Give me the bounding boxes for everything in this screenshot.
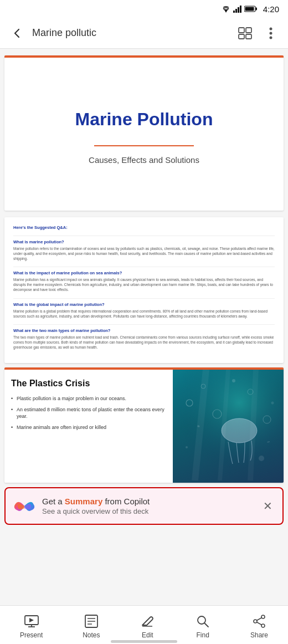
nav-item-edit[interactable]: Edit — [134, 611, 161, 641]
back-icon — [11, 27, 23, 39]
status-icons — [221, 5, 258, 13]
svg-point-43 — [261, 624, 265, 627]
svg-rect-6 — [255, 8, 257, 11]
bullet-2: An estimated 8 million metric tons of pl… — [11, 406, 166, 420]
svg-rect-9 — [246, 28, 251, 33]
nav-item-present[interactable]: Present — [14, 611, 48, 641]
copilot-line1: Get a Summary from Copilot — [42, 497, 254, 506]
signal-icon — [233, 5, 242, 13]
back-button[interactable] — [7, 23, 28, 44]
svg-marker-34 — [29, 618, 34, 622]
slide-title[interactable]: Marine Pollution Causes, Effects and Sol… — [4, 55, 284, 211]
more-icon — [269, 27, 272, 40]
bottom-nav: Present Notes Edit — [0, 605, 288, 644]
qa-q3: What is the global impact of marine poll… — [13, 302, 275, 307]
more-options-button[interactable] — [260, 23, 281, 44]
slide-qa[interactable]: Here's the Suggested Q&A: What is marine… — [4, 217, 284, 363]
svg-line-46 — [257, 622, 262, 625]
status-time: 4:20 — [263, 4, 279, 14]
find-icon — [195, 614, 210, 629]
qa-header: Here's the Suggested Q&A: — [13, 225, 275, 230]
qa-a1: Marine pollution refers to the contamina… — [13, 246, 275, 261]
svg-point-21 — [232, 379, 235, 382]
slide-plastics-title: The Plastics Crisis — [11, 379, 166, 389]
nav-item-find[interactable]: Find — [189, 611, 216, 641]
status-bar: 4:20 — [0, 0, 288, 18]
nav-label-notes: Notes — [83, 631, 100, 639]
svg-point-44 — [254, 620, 257, 623]
svg-line-45 — [257, 617, 262, 620]
app-bar-actions — [235, 23, 281, 44]
edit-icon — [140, 614, 155, 629]
nav-label-edit: Edit — [142, 631, 153, 639]
qa-q4: What are the two main types of marine po… — [13, 328, 275, 333]
qa-item-3: What is the global impact of marine poll… — [13, 302, 275, 319]
copilot-text: Get a Summary from Copilot See a quick o… — [42, 497, 254, 515]
qa-divider-1 — [13, 267, 275, 267]
app-bar: Marine pollutic — [0, 18, 288, 49]
nav-item-share[interactable]: Share — [245, 611, 274, 641]
nav-item-notes[interactable]: Notes — [77, 611, 105, 641]
svg-rect-1 — [233, 11, 235, 13]
svg-point-12 — [270, 27, 272, 30]
app-bar-title: Marine pollutic — [32, 27, 235, 39]
qa-item-2: What is the impact of marine pollution o… — [13, 270, 275, 292]
wifi-icon — [221, 5, 231, 13]
svg-point-22 — [259, 456, 264, 461]
copilot-banner[interactable]: Get a Summary from Copilot See a quick o… — [4, 487, 284, 525]
svg-rect-4 — [240, 6, 241, 13]
slide-main-title: Marine Pollution — [75, 109, 213, 130]
slides-wrapper: Marine Pollution Causes, Effects and Sol… — [0, 55, 288, 579]
svg-point-42 — [261, 615, 265, 619]
svg-rect-3 — [238, 7, 239, 13]
qa-a3: Marine pollution is a global problem tha… — [13, 309, 275, 319]
copilot-icon — [13, 495, 35, 517]
svg-line-41 — [204, 623, 208, 627]
qa-item-1: What is marine pollution? Marine polluti… — [13, 239, 275, 261]
qa-divider-0 — [13, 236, 275, 236]
svg-point-14 — [270, 36, 272, 39]
slide-subtitle: Causes, Effects and Solutions — [89, 155, 199, 165]
svg-rect-10 — [239, 34, 244, 39]
svg-point-0 — [225, 11, 227, 12]
qa-a2: Marine pollution has a significant impac… — [13, 277, 275, 292]
copilot-line2: See a quick overview of this deck — [42, 507, 254, 515]
layouts-icon — [238, 27, 253, 39]
slide-plastics-bullets: Plastic pollution is a major problem in … — [11, 395, 166, 431]
qa-item-4: What are the two main types of marine po… — [13, 328, 275, 350]
qa-divider-3 — [13, 324, 275, 325]
qa-q1: What is marine pollution? — [13, 239, 275, 244]
svg-rect-2 — [235, 9, 237, 13]
svg-point-29 — [186, 446, 188, 448]
share-icon — [251, 614, 267, 629]
layouts-button[interactable] — [235, 23, 256, 44]
svg-rect-11 — [246, 34, 251, 39]
svg-point-30 — [271, 402, 274, 405]
copilot-summary-word: Summary — [65, 497, 102, 506]
nav-label-present: Present — [20, 631, 43, 639]
slide-divider — [94, 145, 194, 146]
slide-plastics[interactable]: The Plastics Crisis Plastic pollution is… — [4, 367, 284, 483]
battery-icon — [244, 5, 258, 13]
home-indicator — [111, 640, 177, 643]
qa-header-text: Here's the Suggested Q&A: — [13, 225, 275, 230]
bullet-3: Marine animals are often injured or kill… — [11, 424, 166, 431]
qa-q2: What is the impact of marine pollution o… — [13, 270, 275, 275]
svg-point-13 — [270, 32, 272, 34]
svg-rect-7 — [245, 7, 254, 11]
svg-rect-8 — [239, 28, 244, 33]
qa-a4: The two main types of marine pollution a… — [13, 335, 275, 350]
nav-label-share: Share — [250, 631, 268, 639]
underwater-visual — [173, 370, 284, 483]
slide-plastics-content: The Plastics Crisis Plastic pollution is… — [4, 370, 173, 483]
nav-label-find: Find — [197, 631, 209, 639]
bullet-1: Plastic pollution is a major problem in … — [11, 395, 166, 402]
present-icon — [24, 614, 39, 629]
qa-divider-2 — [13, 298, 275, 299]
slide-plastics-image — [173, 370, 284, 483]
copilot-close-button[interactable]: ✕ — [261, 497, 275, 515]
notes-icon — [84, 614, 99, 629]
